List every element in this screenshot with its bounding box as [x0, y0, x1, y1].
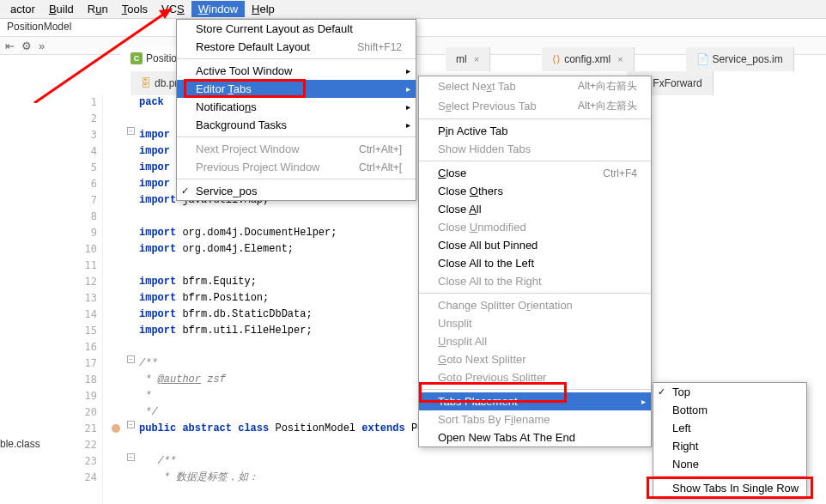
- menu-refactor[interactable]: actor: [3, 1, 42, 17]
- change-splitter[interactable]: Change Splitter Orientation: [419, 296, 651, 314]
- window-menu: Store Current Layout as Default Restore …: [176, 19, 416, 201]
- close-all-right[interactable]: Close All to the Right: [419, 272, 651, 290]
- menu-build[interactable]: Build: [42, 1, 81, 17]
- fold-icon[interactable]: [127, 453, 135, 461]
- menu-run[interactable]: Run: [81, 1, 115, 17]
- unsplit[interactable]: Unsplit: [419, 314, 651, 332]
- gutter-marker[interactable]: [112, 424, 120, 433]
- placement-top[interactable]: ✓Top: [653, 383, 806, 401]
- menu-window[interactable]: Window: [191, 1, 245, 17]
- unsplit-all[interactable]: Unsplit All: [419, 332, 651, 350]
- gear-icon[interactable]: ⚙: [21, 39, 32, 52]
- check-icon: ✓: [181, 185, 189, 197]
- close-all-left[interactable]: Close All to the Left: [419, 254, 651, 272]
- notifications[interactable]: Notifications: [177, 98, 416, 116]
- close-icon[interactable]: ×: [617, 54, 623, 64]
- project-tree[interactable]: ble.class: [0, 438, 69, 450]
- menu-vcs[interactable]: VCS: [155, 1, 191, 17]
- prev-project-window[interactable]: Previous Project WindowCtrl+Alt+[: [177, 158, 416, 176]
- menu-help[interactable]: Help: [245, 1, 282, 17]
- file-icon: 📄: [696, 53, 709, 65]
- collapse-icon[interactable]: ⇤: [5, 39, 15, 52]
- goto-next-splitter[interactable]: Goto Next Splitter: [419, 350, 651, 368]
- chevron-icon[interactable]: »: [39, 39, 45, 52]
- db-icon: 🗄: [141, 77, 151, 89]
- close-tab[interactable]: CloseCtrl+F4: [419, 164, 651, 182]
- close-all[interactable]: Close All: [419, 200, 651, 218]
- open-new-tabs-end[interactable]: Open New Tabs At The End: [419, 428, 651, 446]
- placement-bottom[interactable]: Bottom: [653, 401, 806, 419]
- fold-icon[interactable]: [127, 355, 135, 363]
- xml-icon: ⟨⟩: [552, 53, 561, 65]
- tab-ml[interactable]: ml×: [446, 47, 490, 71]
- fold-icon[interactable]: [127, 421, 135, 428]
- placement-left[interactable]: Left: [653, 419, 806, 437]
- placement-right[interactable]: Right: [653, 437, 806, 455]
- tabs-placement[interactable]: Tabs Placement: [419, 392, 651, 410]
- next-project-window[interactable]: Next Project WindowCtrl+Alt+]: [177, 140, 416, 158]
- menu-tools[interactable]: Tools: [115, 1, 155, 17]
- fold-icon[interactable]: [127, 127, 135, 135]
- store-layout[interactable]: Store Current Layout as Default: [177, 20, 416, 38]
- goto-prev-splitter[interactable]: Goto Previous Splitter: [419, 368, 651, 386]
- main-menubar: actor Build Run Tools VCS Window Help: [0, 0, 826, 19]
- select-next-tab[interactable]: Select Next TabAlt+向右箭头: [419, 76, 651, 96]
- check-icon: ✓: [658, 386, 665, 398]
- editor-tabs[interactable]: Editor Tabs: [177, 80, 416, 98]
- close-icon[interactable]: ×: [474, 54, 479, 64]
- close-all-but-pinned[interactable]: Close All but Pinned: [419, 236, 651, 254]
- active-tool-window[interactable]: Active Tool Window: [177, 62, 416, 80]
- close-unmodified[interactable]: Close Unmodified: [419, 218, 651, 236]
- class-icon: C: [131, 52, 143, 64]
- tab-service-pos[interactable]: 📄Service_pos.im: [686, 47, 794, 71]
- editor-tabs-submenu: Select Next TabAlt+向右箭头 Select Previous …: [418, 76, 652, 447]
- tab-config[interactable]: ⟨⟩config.xml×: [542, 47, 634, 71]
- pin-active-tab[interactable]: Pin Active Tab: [419, 122, 651, 140]
- fold-column: [127, 94, 139, 504]
- close-others[interactable]: Close Others: [419, 182, 651, 200]
- line-gutter: 1234 5678 9101112 13141516 17181920 2122…: [72, 94, 103, 504]
- placement-none[interactable]: None: [653, 455, 806, 473]
- show-tabs-single-row[interactable]: Show Tabs In Single Row: [653, 479, 806, 497]
- restore-layout[interactable]: Restore Default LayoutShift+F12: [177, 38, 416, 56]
- select-prev-tab[interactable]: Select Previous TabAlt+向左箭头: [419, 96, 651, 116]
- window-service-pos[interactable]: ✓Service_pos: [177, 182, 416, 200]
- background-tasks[interactable]: Background Tasks: [177, 116, 416, 134]
- sort-tabs[interactable]: Sort Tabs By Filename: [419, 410, 651, 428]
- tabs-placement-submenu: ✓Top Bottom Left Right None Show Tabs In…: [653, 382, 807, 498]
- show-hidden-tabs[interactable]: Show Hidden Tabs: [419, 140, 651, 158]
